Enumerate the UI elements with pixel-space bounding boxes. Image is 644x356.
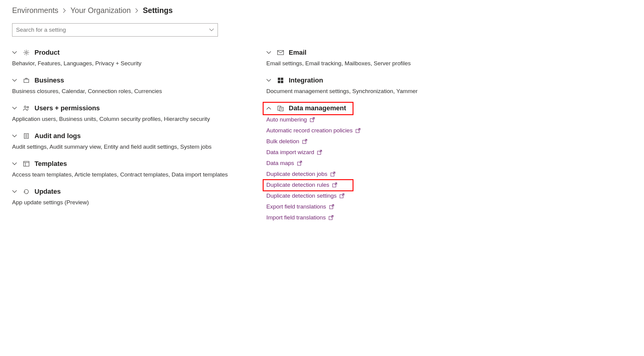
link-duplicate-detection-rules[interactable]: Duplicate detection rules: [266, 182, 496, 188]
external-link-icon: [330, 172, 335, 176]
mail-icon: [277, 50, 284, 55]
link-label: Export field translations: [266, 203, 326, 210]
section-title: Data management: [289, 104, 346, 112]
link-label: Automatic record creation policies: [266, 127, 353, 134]
svg-rect-1: [24, 79, 29, 83]
section-title: Templates: [34, 160, 67, 168]
chevron-up-icon: [266, 107, 272, 110]
svg-rect-14: [278, 81, 280, 83]
section-title: Audit and logs: [34, 132, 81, 140]
link-data-import-wizard[interactable]: Data import wizard: [266, 149, 496, 156]
external-link-icon: [340, 193, 344, 198]
section-header-email[interactable]: Email: [266, 49, 496, 57]
section-desc: Document management settings, Synchroniz…: [266, 88, 496, 95]
link-automatic-record-creation[interactable]: Automatic record creation policies: [266, 127, 496, 134]
people-icon: [23, 105, 30, 111]
link-label: Data maps: [266, 160, 294, 167]
svg-rect-17: [280, 107, 283, 111]
section-product: Product Behavior, Features, Languages, P…: [12, 49, 242, 67]
section-templates: Templates Access team templates, Article…: [12, 160, 242, 178]
link-export-field-translations[interactable]: Export field translations: [266, 203, 496, 210]
section-integration: Integration Document management settings…: [266, 76, 496, 95]
section-header-data-management[interactable]: Data management: [266, 104, 496, 112]
svg-rect-13: [281, 78, 283, 80]
section-desc: Behavior, Features, Languages, Privacy +…: [12, 60, 242, 67]
chevron-down-icon: [266, 79, 272, 82]
section-title: Email: [289, 49, 307, 57]
external-link-icon: [356, 128, 360, 133]
link-label: Duplicate detection settings: [266, 193, 337, 199]
section-header-updates[interactable]: Updates: [12, 188, 242, 196]
external-link-icon: [310, 117, 315, 122]
section-desc: App update settings (Preview): [12, 199, 242, 206]
breadcrumb: Environments Your Organization Settings: [12, 6, 632, 15]
link-auto-numbering[interactable]: Auto numbering: [266, 116, 496, 123]
chevron-right-icon: [63, 8, 66, 13]
refresh-icon: [23, 189, 30, 195]
chevron-down-icon: [266, 51, 272, 54]
section-header-business[interactable]: Business: [12, 76, 242, 84]
section-desc: Audit settings, Audit summary view, Enti…: [12, 144, 242, 150]
search-input[interactable]: [12, 23, 218, 37]
section-desc: Business closures, Calendar, Connection …: [12, 88, 242, 95]
list-icon: [23, 133, 30, 139]
section-business: Business Business closures, Calendar, Co…: [12, 76, 242, 95]
section-title: Business: [34, 76, 64, 84]
briefcase-icon: [23, 77, 30, 83]
section-audit: Audit and logs Audit settings, Audit sum…: [12, 132, 242, 150]
external-link-icon: [329, 215, 334, 220]
breadcrumb-current: Settings: [143, 6, 173, 15]
link-bulk-deletion[interactable]: Bulk deletion: [266, 138, 496, 145]
section-desc: Application users, Business units, Colum…: [12, 116, 242, 122]
link-label: Bulk deletion: [266, 138, 299, 145]
section-header-users[interactable]: Users + permissions: [12, 104, 242, 112]
right-column: Email Email settings, Email tracking, Ma…: [266, 49, 496, 231]
svg-point-3: [27, 107, 29, 108]
chevron-down-icon: [12, 134, 18, 138]
svg-rect-11: [278, 50, 284, 55]
link-duplicate-detection-settings[interactable]: Duplicate detection settings: [266, 193, 496, 199]
svg-rect-15: [281, 81, 283, 83]
link-duplicate-detection-jobs[interactable]: Duplicate detection jobs: [266, 171, 496, 177]
breadcrumb-organization[interactable]: Your Organization: [71, 6, 131, 15]
section-header-product[interactable]: Product: [12, 49, 242, 57]
link-import-field-translations[interactable]: Import field translations: [266, 214, 496, 221]
chevron-down-icon: [12, 162, 18, 165]
data-management-links: Auto numbering Automatic record creation…: [266, 116, 496, 221]
link-data-maps[interactable]: Data maps: [266, 160, 496, 167]
section-users: Users + permissions Application users, B…: [12, 104, 242, 122]
section-title: Users + permissions: [34, 104, 100, 112]
gear-icon: [23, 50, 30, 56]
link-label: Data import wizard: [266, 149, 314, 156]
section-header-templates[interactable]: Templates: [12, 160, 242, 168]
external-link-icon: [317, 150, 322, 155]
chevron-down-icon: [12, 79, 18, 82]
breadcrumb-environments[interactable]: Environments: [12, 6, 58, 15]
link-label: Auto numbering: [266, 116, 307, 123]
svg-point-0: [25, 52, 27, 53]
link-label: Duplicate detection rules: [266, 182, 329, 188]
section-header-audit[interactable]: Audit and logs: [12, 132, 242, 140]
svg-rect-12: [278, 78, 280, 80]
chevron-down-icon: [12, 190, 18, 193]
search-field[interactable]: [16, 27, 209, 33]
external-link-icon: [302, 139, 307, 144]
chevron-right-icon: [135, 8, 139, 13]
settings-columns: Product Behavior, Features, Languages, P…: [12, 49, 632, 231]
chevron-down-icon: [12, 107, 18, 110]
section-data-management: Data management Auto numbering Automatic…: [266, 104, 496, 221]
chevron-down-icon: [209, 28, 214, 31]
section-email: Email Email settings, Email tracking, Ma…: [266, 49, 496, 67]
svg-point-2: [24, 106, 26, 108]
template-icon: [23, 161, 30, 167]
windows-icon: [277, 78, 284, 83]
external-link-icon: [332, 183, 337, 187]
left-column: Product Behavior, Features, Languages, P…: [12, 49, 242, 231]
section-header-integration[interactable]: Integration: [266, 76, 496, 84]
section-desc: Email settings, Email tracking, Mailboxe…: [266, 60, 496, 67]
database-icon: [277, 105, 284, 111]
section-desc: Access team templates, Article templates…: [12, 171, 242, 178]
section-title: Updates: [34, 188, 61, 196]
link-label: Import field translations: [266, 214, 326, 221]
external-link-icon: [329, 204, 334, 209]
